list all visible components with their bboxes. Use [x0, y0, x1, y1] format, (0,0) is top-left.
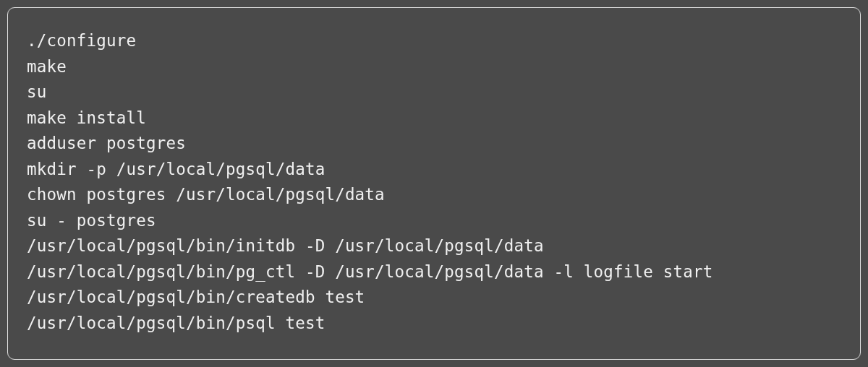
code-line: chown postgres /usr/local/pgsql/data	[27, 182, 841, 208]
code-line: /usr/local/pgsql/bin/initdb -D /usr/loca…	[27, 233, 841, 259]
code-line: su - postgres	[27, 208, 841, 234]
code-block: ./configure make su make install adduser…	[7, 7, 861, 360]
code-line: mkdir -p /usr/local/pgsql/data	[27, 157, 841, 183]
code-line: su	[27, 79, 841, 105]
code-line: adduser postgres	[27, 131, 841, 157]
code-line: /usr/local/pgsql/bin/psql test	[27, 311, 841, 337]
code-line: make install	[27, 105, 841, 131]
code-line: /usr/local/pgsql/bin/createdb test	[27, 285, 841, 311]
code-line: make	[27, 54, 841, 80]
code-line: /usr/local/pgsql/bin/pg_ctl -D /usr/loca…	[27, 259, 841, 285]
code-line: ./configure	[27, 28, 841, 54]
